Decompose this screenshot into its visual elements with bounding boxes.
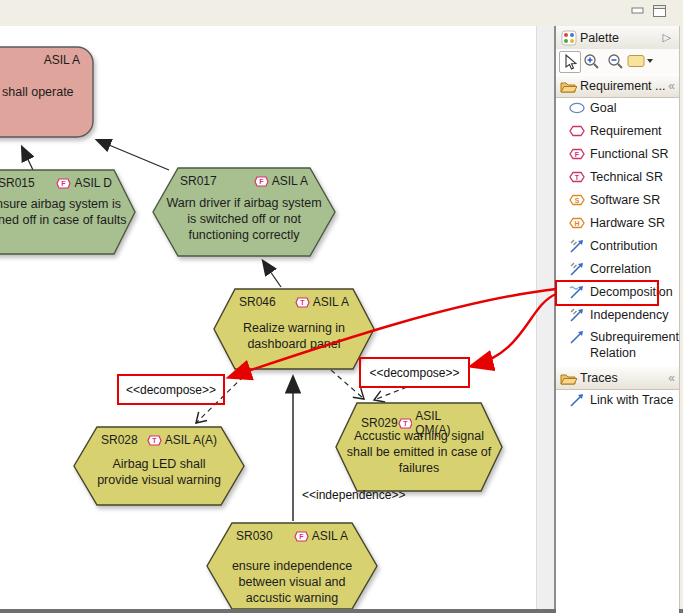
asil-label: ASIL A	[44, 53, 80, 67]
asil-label: ASIL A	[313, 295, 349, 309]
subrequirement-relation-icon	[569, 330, 585, 344]
node-sr028[interactable]: SR028 T ASIL A(A) Airbag LED shall provi…	[73, 426, 245, 506]
hardware-sr-icon: H	[569, 217, 585, 229]
asil-label: ASIL A	[272, 174, 308, 188]
palette-item-software-sr[interactable]: S Software SR	[556, 188, 679, 211]
svg-text:T: T	[152, 437, 157, 444]
node-body: ensure airbag system is turned off in ca…	[0, 196, 130, 228]
node-sr015[interactable]: SR015 F ASIL D ensure airbag system is t…	[0, 169, 136, 255]
functional-sr-icon: F	[569, 148, 585, 160]
collapse-arrow-icon[interactable]: ▷	[663, 31, 671, 44]
asil-label: ASIL A(A)	[165, 433, 217, 447]
cursor-icon	[563, 54, 577, 70]
node-sr029[interactable]: SR029 T ASIL QM(A) Accustic warning sign…	[335, 402, 503, 492]
palette-item-independency[interactable]: Independency	[556, 303, 679, 326]
independency-icon	[569, 308, 585, 322]
functional-sr-icon: F	[294, 531, 309, 542]
goal-icon	[569, 102, 585, 114]
requirement-diagram-editor: ASIL A shall operate SR015 F ASIL D ensu…	[0, 0, 683, 613]
technical-sr-icon: T	[295, 297, 310, 308]
palette-item-subrequirement-relation[interactable]: Subrequirement Relation	[556, 326, 679, 366]
svg-text:F: F	[299, 533, 304, 540]
svg-text:T: T	[575, 173, 580, 180]
maximize-button[interactable]	[652, 4, 668, 18]
palette-item-functional-sr[interactable]: F Functional SR	[556, 142, 679, 165]
node-body: Warn driver if airbag system is switched…	[163, 195, 325, 243]
palette-item-hardware-sr[interactable]: H Hardware SR	[556, 211, 679, 234]
decompose-text: <<decompose>>	[369, 366, 459, 380]
palette-icon	[561, 30, 577, 46]
svg-text:F: F	[62, 180, 67, 187]
zoom-out-icon	[607, 53, 624, 70]
software-sr-icon: S	[569, 194, 585, 206]
correlation-icon	[569, 262, 585, 276]
node-body: Airbag LED shall provide visual warning	[93, 456, 225, 488]
decompose-label-right[interactable]: <<decompose>>	[359, 357, 470, 388]
node-body: Realize warning in dashboard panel	[229, 320, 359, 352]
right-edge-strip	[679, 26, 683, 613]
svg-text:F: F	[259, 178, 264, 185]
palette-item-requirement[interactable]: Requirement	[556, 119, 679, 142]
node-id: SR030	[236, 529, 273, 543]
palette-panel: Palette ▷ Requirement ... « Goal	[556, 26, 679, 613]
link-with-trace-icon	[569, 393, 585, 407]
folder-icon	[560, 372, 577, 385]
drawer-label: Traces	[580, 371, 618, 385]
contribution-icon	[569, 239, 585, 253]
palette-toolbar	[556, 49, 679, 75]
decomposition-highlight-box	[555, 280, 659, 306]
pin-drawer-icon[interactable]: «	[668, 79, 673, 93]
decompose-text: <<decompose>>	[126, 383, 216, 397]
palette-item-technical-sr[interactable]: T Technical SR	[556, 165, 679, 188]
note-icon	[627, 54, 653, 68]
palette-item-link-with-trace[interactable]: Link with Trace	[556, 388, 679, 411]
technical-sr-icon: T	[569, 171, 585, 183]
node-sr017[interactable]: SR017 F ASIL A Warn driver if airbag sys…	[152, 167, 336, 257]
palette-item-contribution[interactable]: Contribution	[556, 234, 679, 257]
node-body: Accustic warning signal shall be emitted…	[343, 428, 495, 476]
requirement-icon	[569, 125, 585, 137]
node-body: ensure independence between visual and a…	[222, 558, 362, 606]
node-id: SR017	[180, 174, 217, 188]
technical-sr-icon: T	[147, 435, 162, 446]
svg-text:F: F	[575, 150, 580, 157]
note-tool-button[interactable]	[627, 51, 653, 71]
asil-label: ASIL D	[74, 176, 112, 190]
drawer-label: Requirement ...	[580, 79, 665, 93]
technical-sr-icon: T	[398, 418, 412, 429]
independence-label: <<independence>>	[302, 488, 405, 502]
zoom-out-button[interactable]	[605, 51, 625, 71]
svg-text:T: T	[403, 420, 408, 427]
zoom-in-icon	[583, 53, 600, 70]
functional-sr-icon: F	[56, 178, 71, 189]
minimize-button[interactable]	[630, 4, 646, 18]
diagram-canvas[interactable]: ASIL A shall operate SR015 F ASIL D ensu…	[0, 26, 536, 609]
node-goal[interactable]: ASIL A shall operate	[0, 46, 94, 138]
vertical-scrollbar[interactable]	[536, 26, 556, 613]
drawer-traces[interactable]: Traces «	[556, 366, 679, 390]
svg-text:S: S	[575, 196, 580, 203]
node-id: SR015	[0, 176, 35, 190]
node-sr046[interactable]: SR046 T ASIL A Realize warning in dashbo…	[213, 288, 375, 370]
palette-item-goal[interactable]: Goal	[556, 96, 679, 119]
titlebar	[0, 0, 683, 27]
select-tool-button[interactable]	[559, 51, 581, 73]
pin-drawer-icon[interactable]: «	[668, 371, 673, 385]
folder-icon	[560, 80, 577, 93]
node-id: SR028	[101, 433, 138, 447]
node-sr030[interactable]: SR030 F ASIL A ensure independence betwe…	[206, 522, 378, 609]
node-body: shall operate	[2, 84, 74, 100]
decompose-label-left[interactable]: <<decompose>>	[117, 374, 225, 405]
palette-title: Palette	[580, 31, 619, 45]
svg-text:H: H	[574, 219, 579, 226]
node-id: SR046	[239, 295, 276, 309]
palette-item-correlation[interactable]: Correlation	[556, 257, 679, 280]
asil-label: ASIL A	[312, 529, 348, 543]
svg-text:T: T	[300, 299, 305, 306]
zoom-in-button[interactable]	[581, 51, 601, 71]
functional-sr-icon: F	[254, 176, 269, 187]
drawer-requirement[interactable]: Requirement ... «	[556, 74, 679, 98]
palette-header[interactable]: Palette ▷	[556, 26, 679, 50]
